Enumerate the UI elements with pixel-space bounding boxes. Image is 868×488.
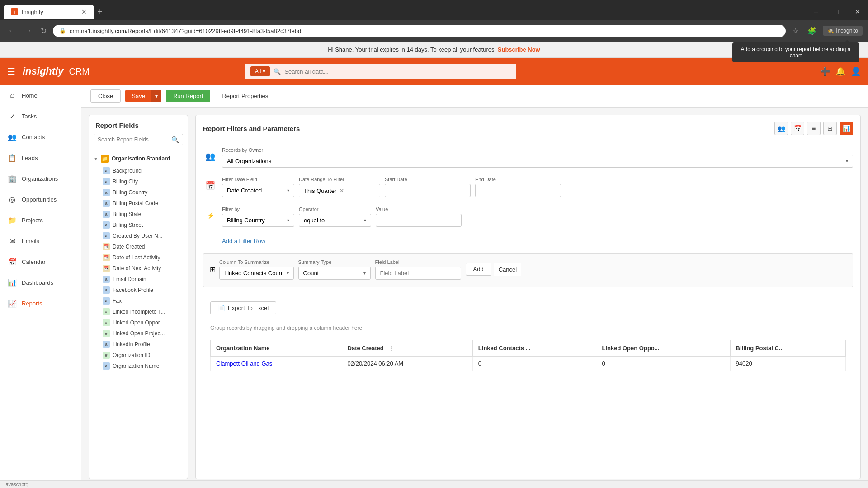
sidebar-item-home[interactable]: ⌂ Home (0, 85, 81, 106)
end-date-input[interactable]: 04/01/2024 (475, 184, 561, 197)
sidebar-item-opportunities[interactable]: ◎ Opportunities (0, 189, 81, 210)
grid-view-button[interactable]: ⊞ (823, 122, 837, 135)
col-org-name[interactable]: Organization Name (211, 340, 342, 357)
search-fields-input[interactable] (98, 136, 170, 143)
field-facebook-profile[interactable]: a Facebook Profile (89, 285, 188, 296)
search-report-fields[interactable]: 🔍 (94, 134, 183, 145)
notifications-button[interactable]: 🔔 (835, 66, 845, 76)
operator-select[interactable]: equal to ▾ (299, 214, 371, 227)
hamburger-menu-button[interactable]: ☰ (7, 66, 15, 77)
field-fax[interactable]: a Fax (89, 296, 188, 306)
sidebar-item-contacts[interactable]: 👥 Contacts (0, 127, 81, 147)
field-date-last-activity[interactable]: 📅 Date of Last Activity (89, 252, 188, 263)
people-view-button[interactable]: 👥 (774, 122, 788, 135)
field-background[interactable]: a Background (89, 165, 188, 176)
field-email-domain[interactable]: a Email Domain (89, 274, 188, 285)
sidebar-item-emails[interactable]: ✉ Emails (0, 230, 81, 251)
cell-linked-open-oppo: 0 (596, 357, 730, 371)
forward-button[interactable]: → (22, 25, 34, 37)
field-billing-city[interactable]: a Billing City (89, 176, 188, 187)
browser-tab[interactable]: i Insightly ✕ (4, 5, 94, 19)
minimize-button[interactable]: ─ (806, 4, 826, 20)
back-button[interactable]: ← (5, 25, 18, 37)
user-avatar[interactable]: 👤 (851, 66, 861, 76)
field-linked-open-projec[interactable]: # Linked Open Projec... (89, 328, 188, 339)
status-text: javascript:; (5, 482, 28, 486)
subscribe-link[interactable]: Subscribe Now (498, 46, 540, 53)
sidebar-item-tasks[interactable]: ✓ Tasks (0, 106, 81, 127)
cell-org-name[interactable]: Clampett Oil and Gas (211, 357, 342, 371)
reload-button[interactable]: ↻ (38, 25, 49, 37)
field-created-by-user[interactable]: a Created By User N... (89, 230, 188, 241)
close-button[interactable]: Close (90, 89, 121, 103)
col-date-created[interactable]: Date Created ⋮ (342, 340, 472, 357)
add-button[interactable]: ➕ (820, 66, 830, 76)
close-tab-button[interactable]: ✕ (81, 8, 87, 15)
field-linkedin-profile[interactable]: a LinkedIn Profile (89, 339, 188, 350)
col-linked-contacts[interactable]: Linked Contacts ... (472, 340, 596, 357)
field-org-name[interactable]: a Organization Name (89, 361, 188, 371)
start-date-input[interactable]: 01/01/2024 (385, 184, 471, 197)
field-billing-country[interactable]: a Billing Country (89, 187, 188, 198)
run-report-button[interactable]: Run Report (166, 90, 210, 102)
new-tab-button[interactable]: + (94, 4, 106, 20)
trial-text: Hi Shane. Your trial expires in 14 days.… (328, 46, 496, 53)
bookmark-button[interactable]: ☆ (789, 25, 801, 37)
date-field-select[interactable]: Date Created ▾ (222, 184, 294, 197)
col-billing-postal[interactable]: Billing Postal C... (730, 340, 845, 357)
date-range-select[interactable]: This Quarter ✕ (299, 184, 380, 197)
field-linked-incomplete[interactable]: # Linked Incomplete T... (89, 306, 188, 317)
sidebar-label-calendar: Calendar (22, 258, 46, 265)
field-billing-street[interactable]: a Billing Street (89, 220, 188, 230)
field-date-next-activity[interactable]: 📅 Date of Next Activity (89, 263, 188, 274)
add-summarize-button[interactable]: Add (466, 263, 491, 276)
tree-parent[interactable]: ▼ 📁 Organisation Standard... (89, 152, 188, 165)
field-linked-open-opport[interactable]: # Linked Open Oppor... (89, 317, 188, 328)
field-billing-postal-code[interactable]: a Billing Postal Code (89, 198, 188, 209)
filter-field-select[interactable]: Billing Country ▾ (222, 214, 294, 227)
field-label: Date of Next Activity (113, 265, 161, 272)
col-summarize-arrow: ▾ (287, 271, 289, 276)
cancel-summarize-button[interactable]: Cancel (494, 263, 521, 276)
tree-parent-label: Organisation Standard... (112, 155, 175, 162)
sidebar-item-organizations[interactable]: 🏢 Organizations (0, 168, 81, 189)
field-label: LinkedIn Profile (113, 341, 150, 347)
calendar-view-button[interactable]: 📅 (791, 122, 804, 135)
field-date-created[interactable]: 📅 Date Created (89, 241, 188, 252)
sidebar-item-reports[interactable]: 📈 Reports (0, 293, 81, 314)
field-label-input[interactable] (375, 267, 461, 280)
chart-view-button[interactable]: 📊 (840, 122, 853, 135)
col-linked-open-oppo[interactable]: Linked Open Oppo... (596, 340, 730, 357)
export-excel-button[interactable]: 📄 Export To Excel (210, 301, 276, 314)
sidebar-item-projects[interactable]: 📁 Projects (0, 210, 81, 230)
search-bar[interactable]: All ▾ 🔍 (245, 64, 516, 79)
filter-view-button[interactable]: ≡ (807, 122, 821, 135)
date-range-clear-button[interactable]: ✕ (339, 187, 344, 194)
logo-crm: CRM (69, 66, 90, 77)
search-input[interactable] (284, 68, 511, 75)
date-filter-content: Filter Date Field Date Created ▾ Date Ra… (222, 177, 853, 197)
maximize-button[interactable]: □ (826, 4, 847, 20)
ssl-lock-icon: 🔒 (59, 28, 66, 34)
summary-type-select[interactable]: Count ▾ (298, 267, 371, 280)
add-filter-row-link[interactable]: Add a Filter Row (222, 236, 265, 246)
sidebar-item-dashboards[interactable]: 📊 Dashboards (0, 272, 81, 293)
report-properties-button[interactable]: Report Properties (215, 90, 275, 102)
sidebar-item-calendar[interactable]: 📅 Calendar (0, 251, 81, 272)
address-bar[interactable]: 🔒 crm.na1.insightly.com/Reports/Edit/641… (53, 25, 786, 37)
filter-value-input[interactable]: United States (376, 214, 462, 227)
col-menu-icon[interactable]: ⋮ (389, 345, 394, 352)
col-summarize-select[interactable]: Linked Contacts Count ▾ (219, 267, 294, 280)
extensions-button[interactable]: 🧩 (805, 25, 819, 37)
window-close-button[interactable]: ✕ (847, 4, 868, 20)
filter-field-group: Filter by Billing Country ▾ (222, 206, 294, 227)
field-org-id[interactable]: # Organization ID (89, 350, 188, 361)
sidebar-item-leads[interactable]: 📋 Leads (0, 147, 81, 168)
field-billing-state[interactable]: a Billing State (89, 209, 188, 220)
col-linked-open-oppo-label: Linked Open Oppo... (602, 345, 659, 352)
search-scope-button[interactable]: All ▾ (250, 66, 270, 76)
org-name-link[interactable]: Clampett Oil and Gas (216, 360, 272, 367)
save-button[interactable]: Save (125, 90, 151, 102)
owner-select[interactable]: All Organizations ▾ (222, 155, 853, 168)
save-dropdown-button[interactable]: ▾ (151, 90, 161, 102)
